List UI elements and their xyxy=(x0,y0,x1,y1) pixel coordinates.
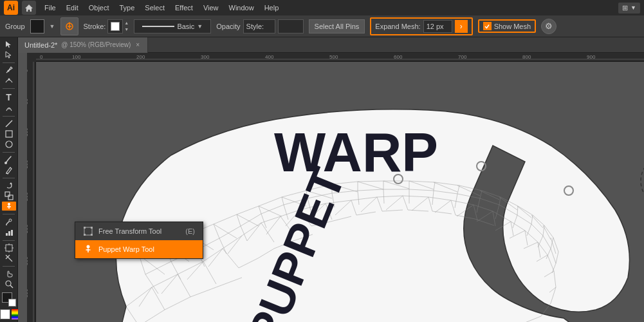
svg-text:0: 0 xyxy=(27,69,29,72)
show-mesh-control: Show Mesh xyxy=(478,19,536,33)
canvas-area: Untitled-2* @ 150% (RGB/Preview) × 0 100… xyxy=(18,37,644,322)
zoom-tool[interactable] xyxy=(2,279,16,289)
ruler-corner xyxy=(27,53,36,62)
svg-rect-238 xyxy=(84,234,86,236)
svg-line-208 xyxy=(480,191,482,198)
curvature-tool[interactable] xyxy=(2,76,16,85)
svg-point-17 xyxy=(9,219,12,222)
warp-text: WARP xyxy=(274,122,438,183)
artboard-tool[interactable] xyxy=(2,243,16,252)
menu-file[interactable]: File xyxy=(40,3,60,13)
paintbrush-tool[interactable] xyxy=(2,155,16,164)
svg-rect-12 xyxy=(5,192,10,196)
svg-text:0: 0 xyxy=(40,54,43,60)
svg-rect-21 xyxy=(8,231,10,236)
vertical-ruler: 0 50 100 150 200 250 300 350 xyxy=(27,53,36,322)
slice-tool[interactable] xyxy=(2,254,16,263)
rotate-tool[interactable] xyxy=(2,181,16,190)
selection-circle xyxy=(641,155,644,207)
svg-rect-20 xyxy=(6,233,8,236)
menu-view[interactable]: View xyxy=(199,3,223,13)
doc-tab-close[interactable]: × xyxy=(134,41,141,48)
svg-line-188 xyxy=(482,191,501,197)
menu-object[interactable]: Object xyxy=(84,3,114,13)
no-color-button[interactable] xyxy=(0,309,10,319)
show-mesh-checkbox[interactable] xyxy=(483,22,492,30)
opacity-value[interactable]: Style: xyxy=(243,19,275,33)
svg-line-167 xyxy=(477,198,480,213)
svg-line-126 xyxy=(477,211,493,222)
free-transform-label: Free Transform Tool xyxy=(98,227,161,235)
svg-line-7 xyxy=(6,120,12,127)
symbol-sprayer-tool[interactable] xyxy=(2,218,16,227)
scale-tool[interactable] xyxy=(2,191,16,200)
show-mesh-label: Show Mesh xyxy=(494,23,531,30)
direct-selection-tool[interactable] xyxy=(2,50,16,59)
selection-tool[interactable] xyxy=(2,40,16,49)
pencil-tool[interactable] xyxy=(2,166,16,175)
svg-marker-11 xyxy=(10,182,12,184)
svg-text:250: 250 xyxy=(27,224,29,233)
svg-line-98 xyxy=(493,211,495,226)
puppet-warp-tool-btn[interactable] xyxy=(2,202,16,211)
menu-window[interactable]: Window xyxy=(225,3,259,13)
svg-text:500: 500 xyxy=(329,54,338,60)
svg-text:100: 100 xyxy=(72,54,81,60)
stroke-color-swatch[interactable] xyxy=(107,19,123,33)
svg-text:300: 300 xyxy=(27,256,29,265)
svg-rect-239 xyxy=(91,234,93,236)
svg-text:700: 700 xyxy=(458,54,467,60)
svg-point-9 xyxy=(6,141,12,147)
svg-line-209 xyxy=(499,197,501,205)
color-mode-buttons xyxy=(0,309,18,319)
menu-type[interactable]: Type xyxy=(115,3,140,13)
menu-effect[interactable]: Effect xyxy=(170,3,198,13)
svg-text:300: 300 xyxy=(201,54,210,60)
svg-rect-237 xyxy=(91,227,93,229)
select-all-pins-button[interactable]: Select All Pins xyxy=(309,19,365,33)
home-button[interactable] xyxy=(22,1,36,15)
puppet-warp-tool-item[interactable]: Puppet Warp Tool xyxy=(75,240,203,258)
expand-mesh-input[interactable]: 12 px xyxy=(423,20,452,33)
svg-line-168 xyxy=(495,205,499,219)
ellipse-tool[interactable] xyxy=(2,140,16,149)
expand-mesh-label: Expand Mesh: xyxy=(375,23,420,30)
pen-tool[interactable] xyxy=(2,66,16,75)
svg-rect-8 xyxy=(6,131,12,137)
type-tool[interactable]: T xyxy=(2,92,16,102)
svg-point-19 xyxy=(6,224,7,225)
stroke-label: Stroke: xyxy=(84,23,106,30)
stroke-width-selector[interactable]: Basic ▼ xyxy=(134,19,211,33)
expand-mesh-stepper[interactable]: › xyxy=(455,20,468,33)
fill-stroke-colors[interactable] xyxy=(2,292,16,307)
svg-point-240 xyxy=(87,245,90,249)
svg-point-28 xyxy=(6,281,11,286)
style-box[interactable] xyxy=(278,19,304,33)
line-tool[interactable] xyxy=(2,119,16,128)
free-transform-tool-item[interactable]: Free Transform Tool (E) xyxy=(75,222,203,240)
doc-tab-info: @ 150% (RGB/Preview) xyxy=(61,41,131,48)
tool-context-menu: Free Transform Tool (E) Puppet Warp Tool xyxy=(75,222,203,259)
group-label: Group xyxy=(5,23,25,30)
puppet-warp-label: Puppet Warp Tool xyxy=(98,245,154,253)
svg-point-10 xyxy=(5,162,7,164)
puppet-warp-icon-btn[interactable] xyxy=(60,17,78,35)
menu-edit[interactable]: Edit xyxy=(62,3,83,13)
options-bar: Group ▼ Stroke: ▲ ▼ Basic ▼ Opacity Styl… xyxy=(0,15,644,37)
hand-tool[interactable] xyxy=(2,269,16,278)
rect-tool[interactable] xyxy=(2,129,16,138)
color-button[interactable] xyxy=(12,309,18,319)
menu-select[interactable]: Select xyxy=(140,3,169,13)
menu-help[interactable]: Help xyxy=(260,3,284,13)
svg-rect-236 xyxy=(84,227,86,229)
column-graph-tool[interactable] xyxy=(2,228,16,237)
free-transform-icon xyxy=(83,226,93,236)
fill-color[interactable] xyxy=(30,19,44,33)
horizontal-ruler: 0 100 200 300 400 500 600 700 800 900 xyxy=(27,53,644,62)
stroke-spinners[interactable]: ▲ ▼ xyxy=(124,20,129,33)
workspace-switcher[interactable]: ⊞▼ xyxy=(618,3,640,14)
stroke-color-box[interactable] xyxy=(8,299,16,307)
document-tab[interactable]: Untitled-2* @ 150% (RGB/Preview) × xyxy=(18,37,148,53)
settings-button[interactable]: ⚙ xyxy=(541,19,557,34)
type-tool-2[interactable] xyxy=(2,104,16,113)
